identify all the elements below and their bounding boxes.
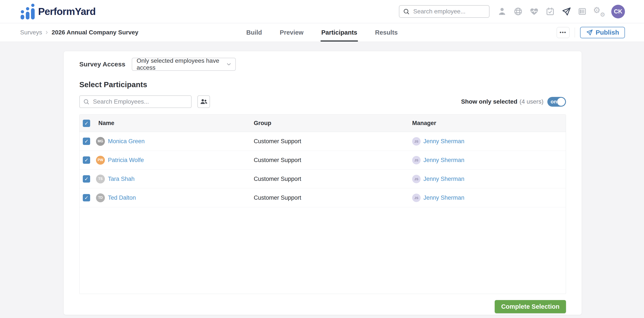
tab-build[interactable]: Build bbox=[246, 23, 263, 41]
row-checkbox[interactable] bbox=[83, 194, 90, 201]
participant-search-box bbox=[79, 95, 192, 108]
group-cell: Customer Support bbox=[254, 138, 412, 145]
send-icon bbox=[586, 29, 593, 36]
column-header-name: Name bbox=[94, 120, 254, 127]
table-body: MG Monica Green Customer Support JS Jenn… bbox=[80, 132, 566, 207]
group-cell: Customer Support bbox=[254, 157, 412, 163]
manager-name-link[interactable]: Jenny Sherman bbox=[424, 194, 464, 201]
tab-participants[interactable]: Participants bbox=[321, 23, 358, 41]
group-cell: Customer Support bbox=[254, 176, 412, 182]
calendar-check-icon[interactable] bbox=[545, 6, 555, 17]
search-icon bbox=[403, 8, 410, 15]
survey-access-label: Survey Access bbox=[79, 61, 125, 68]
manager-name-link[interactable]: Jenny Sherman bbox=[424, 138, 464, 145]
settings-gears-icon[interactable]: ⚙⚙ bbox=[593, 6, 605, 17]
search-icon bbox=[83, 98, 90, 105]
tab-results[interactable]: Results bbox=[374, 23, 398, 41]
row-checkbox[interactable] bbox=[83, 138, 90, 145]
people-group-icon bbox=[200, 98, 208, 106]
table-row: MG Monica Green Customer Support JS Jenn… bbox=[80, 132, 566, 151]
employee-search-input[interactable] bbox=[413, 8, 486, 15]
selected-users-count: (4 users) bbox=[520, 98, 544, 105]
group-cell: Customer Support bbox=[254, 194, 412, 201]
vertical-divider bbox=[575, 27, 575, 37]
form-list-icon[interactable] bbox=[577, 6, 588, 17]
performyard-logo-icon bbox=[20, 3, 35, 19]
user-avatar[interactable]: CK bbox=[611, 5, 625, 18]
user-icon[interactable] bbox=[497, 6, 507, 17]
participant-name-link[interactable]: Tara Shah bbox=[108, 176, 134, 182]
send-icon[interactable] bbox=[561, 6, 572, 17]
participants-card: Survey Access Only selected employees ha… bbox=[64, 51, 582, 315]
select-all-checkbox[interactable] bbox=[83, 120, 90, 127]
heart-pulse-icon[interactable] bbox=[529, 6, 539, 17]
show-only-selected-control: Show only selected (4 users) on bbox=[461, 97, 566, 107]
globe-icon[interactable] bbox=[513, 6, 523, 17]
manager-name-link[interactable]: Jenny Sherman bbox=[424, 157, 464, 163]
manager-avatar: JS bbox=[412, 156, 420, 164]
table-row: TS Tara Shah Customer Support JS Jenny S… bbox=[80, 169, 566, 188]
manager-avatar: JS bbox=[412, 175, 420, 183]
breadcrumb: Surveys 2026 Annual Company Survey bbox=[20, 23, 138, 41]
show-only-selected-toggle[interactable]: on bbox=[547, 97, 566, 107]
participant-avatar: TD bbox=[96, 193, 105, 202]
chevron-right-icon bbox=[44, 30, 50, 35]
survey-access-row: Survey Access Only selected employees ha… bbox=[79, 58, 566, 71]
logo-text: PerformYard bbox=[38, 6, 96, 17]
participant-avatar: MG bbox=[96, 137, 105, 146]
table-header-row: Name Group Manager bbox=[80, 115, 566, 132]
select-participants-title: Select Participants bbox=[79, 80, 566, 89]
manager-avatar: JS bbox=[412, 137, 420, 146]
survey-tabs: Build Preview Participants Results bbox=[246, 23, 398, 41]
participant-name-link[interactable]: Ted Dalton bbox=[108, 194, 136, 201]
survey-nav-bar: Surveys 2026 Annual Company Survey Build… bbox=[0, 23, 644, 42]
column-header-group: Group bbox=[254, 120, 412, 127]
performyard-logo[interactable]: PerformYard bbox=[20, 3, 96, 19]
survey-access-dropdown[interactable]: Only selected employees have access bbox=[132, 58, 236, 71]
participant-search-input[interactable] bbox=[92, 98, 188, 105]
top-bar: PerformYard bbox=[0, 0, 644, 23]
column-header-manager: Manager bbox=[412, 120, 566, 127]
chevron-down-icon bbox=[226, 61, 232, 67]
select-by-group-button[interactable] bbox=[198, 95, 210, 108]
table-row: TD Ted Dalton Customer Support JS Jenny … bbox=[80, 188, 566, 207]
participant-controls-row: Show only selected (4 users) on bbox=[79, 95, 566, 108]
participants-table: Name Group Manager MG Monica Green Custo… bbox=[79, 114, 566, 294]
top-nav-icons: ⚙⚙ bbox=[497, 6, 605, 17]
participant-name-link[interactable]: Monica Green bbox=[108, 138, 145, 145]
participant-name-link[interactable]: Patricia Wolfe bbox=[108, 157, 144, 163]
tab-preview[interactable]: Preview bbox=[279, 23, 304, 41]
survey-actions: ••• Publish bbox=[557, 23, 625, 41]
row-checkbox[interactable] bbox=[83, 157, 90, 164]
manager-avatar: JS bbox=[412, 194, 420, 202]
card-action-row: Complete Selection bbox=[79, 300, 566, 313]
breadcrumb-surveys-link[interactable]: Surveys bbox=[20, 29, 42, 36]
show-only-selected-label: Show only selected bbox=[461, 98, 518, 105]
more-options-button[interactable]: ••• bbox=[557, 27, 570, 38]
participant-avatar: TS bbox=[96, 174, 105, 183]
toggle-knob bbox=[557, 98, 565, 106]
publish-button[interactable]: Publish bbox=[580, 27, 625, 38]
breadcrumb-current-survey: 2026 Annual Company Survey bbox=[52, 29, 138, 36]
participant-avatar: PW bbox=[96, 156, 105, 165]
employee-search-box bbox=[399, 5, 490, 18]
manager-name-link[interactable]: Jenny Sherman bbox=[424, 176, 464, 182]
table-row: PW Patricia Wolfe Customer Support JS Je… bbox=[80, 151, 566, 169]
row-checkbox[interactable] bbox=[83, 175, 90, 182]
complete-selection-button[interactable]: Complete Selection bbox=[495, 300, 566, 313]
